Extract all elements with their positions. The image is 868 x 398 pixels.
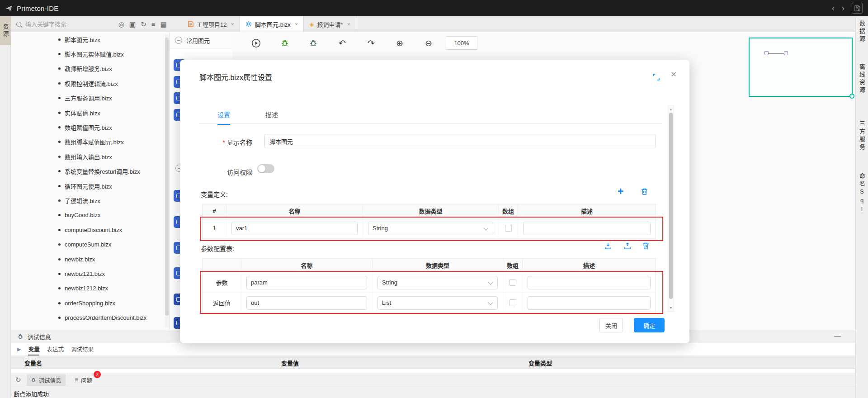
tree-item[interactable]: 脚本图元.bizx xyxy=(11,32,169,47)
search-input[interactable] xyxy=(24,20,94,28)
tree-item[interactable]: computeSum.bizx xyxy=(11,237,169,251)
variable-desc-input[interactable] xyxy=(523,222,651,235)
tree-item[interactable]: 系统变量替换resturl调用.bizx xyxy=(11,164,169,179)
scrollbar-thumb[interactable] xyxy=(165,38,169,316)
collapse-icon[interactable]: − xyxy=(175,37,182,44)
bullet-icon xyxy=(58,243,61,246)
close-tab-icon[interactable]: × xyxy=(231,21,234,28)
tree-item[interactable]: 循环图元使用.bizx xyxy=(11,179,169,193)
return-type-select[interactable]: List xyxy=(377,296,498,310)
variable-row: 1 String xyxy=(203,218,656,239)
split-panel-icon[interactable]: ▤ xyxy=(160,20,167,28)
canvas-selection[interactable] xyxy=(749,38,853,97)
tree-item[interactable]: 子逻辑流.bizx xyxy=(11,193,169,208)
debug-info-icon xyxy=(31,377,36,383)
access-toggle[interactable] xyxy=(257,164,274,173)
nav-back-icon[interactable]: ‹ xyxy=(832,4,835,12)
array-checkbox[interactable] xyxy=(505,225,512,232)
variable-name-input[interactable] xyxy=(231,222,358,235)
tab-expense-request[interactable]: ◈ 报销申请* × xyxy=(304,16,356,32)
tab-script-bizx[interactable]: 脚本图元.bizx × xyxy=(240,16,304,32)
scroll-down-icon[interactable]: ▼ xyxy=(668,305,674,311)
export-icon[interactable] xyxy=(623,242,632,252)
bullet-icon xyxy=(58,229,61,231)
tree-item[interactable]: newbiz121.bizx xyxy=(11,266,169,281)
array-checkbox[interactable] xyxy=(509,299,516,306)
tree-item[interactable]: 权限控制逻辑流.bizx xyxy=(11,76,169,90)
refresh-icon[interactable]: ↻ xyxy=(15,376,21,384)
bullet-icon xyxy=(58,156,61,158)
close-tab-icon[interactable]: × xyxy=(295,21,298,28)
chevron-down-icon xyxy=(483,225,488,230)
tree-item[interactable]: 教师新增服务.bizx xyxy=(11,62,169,76)
debug-tabs: ▶ 变量 表达式 调试结果 xyxy=(11,343,855,356)
tree-item[interactable]: newbiz1212.bizx xyxy=(11,281,169,296)
rail-tab-datasource[interactable]: 数据源 xyxy=(858,20,866,43)
palette-header[interactable]: − 常用图元 xyxy=(170,32,232,49)
tab-project12[interactable]: 工程项目12 × xyxy=(183,16,240,32)
undo-icon[interactable]: ↶ xyxy=(337,38,348,48)
ok-button[interactable]: 确定 xyxy=(634,318,665,332)
add-variable-icon[interactable]: + xyxy=(618,186,623,197)
close-icon[interactable]: × xyxy=(671,69,676,80)
required-mark: * xyxy=(223,139,225,146)
tree-item[interactable]: buyGood.bizx xyxy=(11,208,169,223)
scroll-up-icon[interactable]: ▲ xyxy=(668,106,674,112)
rail-tab-named-sql[interactable]: 命名Sql xyxy=(858,173,866,214)
close-tab-icon[interactable]: × xyxy=(347,21,350,28)
tree-item[interactable]: orderShopping.bizx xyxy=(11,296,169,310)
tab-variables[interactable]: 变量 xyxy=(28,343,39,355)
delete-param-icon[interactable] xyxy=(642,242,650,251)
param-desc-input[interactable] xyxy=(528,276,651,289)
zoom-out-icon[interactable]: ⊖ xyxy=(423,38,434,48)
return-desc-input[interactable] xyxy=(528,296,651,310)
locate-icon[interactable]: ◎ xyxy=(118,20,124,28)
sort-icon[interactable]: ≡ xyxy=(151,20,156,28)
tab-description[interactable]: 描述 xyxy=(265,105,278,125)
minimize-icon[interactable]: — xyxy=(834,332,841,339)
tree-item[interactable]: newbiz.bizx xyxy=(11,252,169,266)
tab-settings[interactable]: 设置 xyxy=(217,105,230,125)
rail-tab-offline-res[interactable]: 离线资源 xyxy=(858,64,866,95)
debug-run-icon[interactable] xyxy=(279,38,290,48)
nav-forward-icon[interactable]: › xyxy=(842,4,844,12)
tree-item[interactable]: processOrderItemDiscount.bizx xyxy=(11,310,169,325)
rail-tab-thirdparty[interactable]: 三方服务 xyxy=(858,121,866,152)
refresh-icon[interactable]: ↻ xyxy=(141,20,146,28)
bottom-tab-debug-info[interactable]: 调试信息 xyxy=(27,374,66,386)
import-icon[interactable] xyxy=(604,242,612,252)
tree-item[interactable]: 三方服务调用.bizx xyxy=(11,91,169,105)
fullscreen-icon[interactable] xyxy=(653,74,660,82)
redo-icon[interactable]: ↷ xyxy=(366,38,377,48)
tree-item[interactable]: 数组赋值图元.bizx xyxy=(11,120,169,134)
scrollbar-thumb[interactable] xyxy=(669,113,673,299)
tree-item[interactable]: 数组脚本赋值图元.bizx xyxy=(11,135,169,149)
delete-variable-icon[interactable] xyxy=(641,188,648,197)
bottom-tab-problems[interactable]: ≡ 问题 3 xyxy=(71,374,96,386)
param-name-input[interactable] xyxy=(246,276,367,289)
variable-type-select[interactable]: String xyxy=(368,222,493,235)
zoom-in-icon[interactable]: ⊕ xyxy=(394,38,405,48)
run-icon[interactable] xyxy=(250,38,261,48)
package-icon[interactable]: ▣ xyxy=(129,20,136,28)
resources-rail-tab[interactable]: 资源 xyxy=(0,16,11,45)
resize-handle[interactable] xyxy=(849,94,854,99)
mini-node-icon xyxy=(764,51,769,55)
tree-item[interactable]: 实体赋值.bizx xyxy=(11,105,169,120)
tree-scrollbar[interactable] xyxy=(165,34,169,328)
save-icon[interactable] xyxy=(852,3,863,14)
dialog-scrollbar[interactable]: ▲ ▼ xyxy=(668,105,674,312)
zoom-level[interactable]: 100% xyxy=(446,36,477,50)
return-name-input[interactable] xyxy=(246,296,367,310)
step-play-icon[interactable]: ▶ xyxy=(17,346,21,352)
array-checkbox[interactable] xyxy=(509,279,516,286)
display-name-input[interactable] xyxy=(264,134,656,148)
close-button[interactable]: 关闭 xyxy=(599,318,623,332)
tree-item[interactable]: 脚本图元实体赋值.bizx xyxy=(11,47,169,61)
param-type-select[interactable]: String xyxy=(377,276,498,289)
tree-item[interactable]: 数组输入输出.bizx xyxy=(11,149,169,164)
debug-icon[interactable] xyxy=(308,38,319,48)
tab-debug-result[interactable]: 调试结果 xyxy=(71,343,94,355)
tab-expressions[interactable]: 表达式 xyxy=(47,343,64,355)
tree-item[interactable]: computeDiscount.bizx xyxy=(11,223,169,237)
